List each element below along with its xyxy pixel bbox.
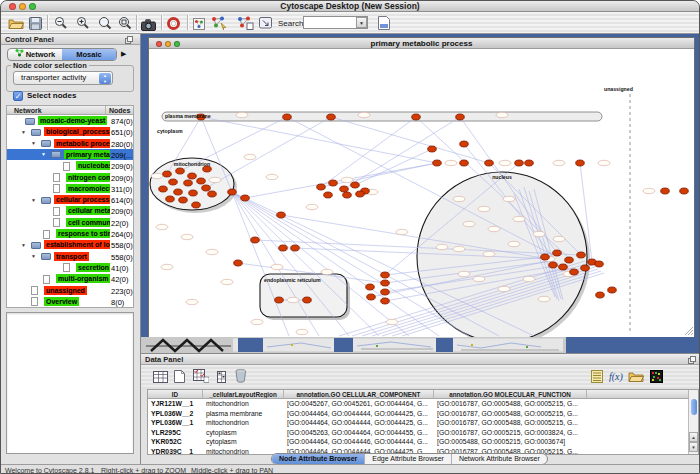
graph-node[interactable] xyxy=(303,297,312,303)
graph-node[interactable] xyxy=(581,265,590,271)
attribute-checkbox-matrix-icon[interactable] xyxy=(193,369,209,387)
network-label[interactable]: cellular metabo xyxy=(66,206,110,215)
frame-close-button[interactable] xyxy=(156,41,162,47)
apply-layout-style-icon[interactable] xyxy=(237,16,254,34)
table-column-header[interactable]: ID xyxy=(148,390,203,399)
network-label[interactable]: Overview xyxy=(44,297,79,306)
select-attributes-icon[interactable] xyxy=(153,369,168,387)
graph-node[interactable] xyxy=(412,114,421,120)
tab-network[interactable]: Network xyxy=(8,49,62,60)
import-attributes-folder-icon[interactable] xyxy=(628,369,644,387)
network-label[interactable]: primary metabo xyxy=(64,150,110,159)
float-panel-icon[interactable] xyxy=(125,36,133,47)
graph-node[interactable] xyxy=(367,294,376,300)
network-label[interactable]: nucleobase- xyxy=(76,161,110,170)
browser-tab[interactable]: Edge Attribute Browser xyxy=(364,454,451,464)
scroll-up-icon[interactable]: ▲ xyxy=(689,432,698,442)
graph-node[interactable] xyxy=(169,179,178,185)
frame-minimize-button[interactable] xyxy=(165,41,171,47)
graph-node[interactable] xyxy=(381,298,390,304)
table-cell[interactable]: cytoplasm xyxy=(203,437,284,447)
search-dropdown-arrow-icon[interactable]: ▼ xyxy=(356,17,367,28)
graph-node[interactable] xyxy=(277,212,286,218)
graph-node[interactable] xyxy=(197,178,206,184)
graph-edge[interactable] xyxy=(321,163,437,187)
network-label[interactable]: mosaic-demo-yeast xyxy=(38,116,107,125)
open-session-icon[interactable] xyxy=(8,16,24,34)
network-label[interactable]: macromolecule xyxy=(66,184,110,193)
network-label[interactable]: cellular process xyxy=(54,195,110,204)
browser-tab[interactable]: Network Attribute Browser xyxy=(451,454,547,464)
attribute-list-icon[interactable] xyxy=(591,369,603,387)
graph-node[interactable] xyxy=(680,188,689,194)
table-cell[interactable]: [GO:0016787, GO:0005488, GO:0005215, G..… xyxy=(434,418,587,428)
table-cell[interactable]: YPL036W__2 xyxy=(148,409,203,419)
graph-node[interactable] xyxy=(174,189,183,195)
graph-node[interactable] xyxy=(188,173,197,179)
table-cell[interactable]: mitochondrion xyxy=(203,418,284,428)
graph-node[interactable] xyxy=(661,188,670,194)
graph-node[interactable] xyxy=(570,269,579,275)
table-column-header[interactable]: _cellularLayoutRegion xyxy=(203,390,284,399)
import-network-icon[interactable] xyxy=(378,16,390,34)
tree-row[interactable]: ▼cellular process614(0) xyxy=(7,194,134,205)
graph-node[interactable] xyxy=(515,160,524,166)
graph-node[interactable] xyxy=(460,160,469,166)
graph-node[interactable] xyxy=(241,195,250,201)
graph-node[interactable] xyxy=(485,160,494,166)
tree-row[interactable]: ▼biological_process651(0) xyxy=(7,126,134,137)
network-label[interactable]: transport xyxy=(54,252,89,261)
graph-node[interactable] xyxy=(329,180,338,186)
birds-eye-view[interactable] xyxy=(6,312,134,454)
graph-node[interactable] xyxy=(283,114,292,120)
table-cell[interactable]: cytoplasm xyxy=(203,428,284,438)
table-cell[interactable]: YKR052C xyxy=(148,437,203,447)
network-canvas[interactable]: plasma membranecytoplasmmitochondrionnuc… xyxy=(149,49,694,337)
network-frame-titlebar[interactable]: primary metabolic process xyxy=(149,38,694,49)
tree-row[interactable]: macromolecule311(0) xyxy=(7,183,134,194)
graph-node[interactable] xyxy=(189,190,198,196)
network-label[interactable]: nitrogen compo xyxy=(66,173,110,182)
network-label[interactable]: secretion xyxy=(76,263,110,272)
expander-icon[interactable]: ▼ xyxy=(31,140,36,146)
function-builder-icon[interactable]: f(x) xyxy=(609,369,624,387)
graph-node[interactable] xyxy=(608,287,617,293)
tree-row[interactable]: ▼transport558(0) xyxy=(7,251,134,262)
table-scrollbar[interactable]: ▲ ▼ xyxy=(688,390,698,454)
frame-zoom-button[interactable] xyxy=(174,41,180,47)
graph-node[interactable] xyxy=(324,192,333,198)
network-label[interactable]: unassigned xyxy=(44,286,87,295)
help-lifesaver-icon[interactable] xyxy=(167,16,180,34)
table-cell[interactable]: [GO:0045263, GO:0044464, GO:0044455, G..… xyxy=(284,428,434,438)
graph-node[interactable] xyxy=(541,254,550,260)
table-cell[interactable]: [GO:0044464, GO:0044446, GO:0044444, G..… xyxy=(284,437,434,447)
graph-node[interactable] xyxy=(460,141,469,147)
resize-grip-icon[interactable] xyxy=(685,327,693,335)
tree-row[interactable]: mosaic-demo-yeast874(0) xyxy=(7,115,134,126)
graph-node[interactable] xyxy=(179,197,188,203)
graph-node[interactable] xyxy=(433,160,442,166)
graph-node[interactable] xyxy=(340,186,349,192)
table-cell[interactable]: [GO:0005488, GO:0005215, GO:0003674] xyxy=(434,437,587,447)
graph-edge[interactable] xyxy=(344,117,460,189)
select-nodes-checkbox[interactable]: ✓ xyxy=(13,91,23,101)
expander-icon[interactable]: ▼ xyxy=(41,151,46,157)
table-cell[interactable]: [GO:0044464, GO:0044444, GO:0044425, G..… xyxy=(284,409,434,419)
tab-mosaic[interactable]: Mosaic xyxy=(62,49,116,60)
tree-row[interactable]: multi-organism pro42(0) xyxy=(7,273,134,284)
table-cell[interactable]: YJR121W__1 xyxy=(148,399,203,409)
graph-node[interactable] xyxy=(356,191,365,197)
graph-node[interactable] xyxy=(576,160,585,166)
graph-node[interactable] xyxy=(351,182,360,188)
graph-node[interactable] xyxy=(275,297,284,303)
network-label[interactable]: biological_process xyxy=(44,127,110,136)
node-color-combobox[interactable]: transporter activity ▲▼ xyxy=(13,71,113,85)
graph-node[interactable] xyxy=(166,196,175,202)
table-column-header[interactable]: annotation.GO MOLECULAR_FUNCTION xyxy=(434,390,587,399)
graph-node[interactable] xyxy=(596,292,605,298)
table-cell[interactable]: [GO:0045267, GO:0045261, GO:0044464, G..… xyxy=(284,399,434,409)
graph-node[interactable] xyxy=(525,160,534,166)
tab-scroll-arrow-icon[interactable]: ▶ xyxy=(121,50,126,58)
scroll-down-icon[interactable]: ▼ xyxy=(689,442,698,452)
network-label[interactable]: metabolic process xyxy=(54,139,110,148)
